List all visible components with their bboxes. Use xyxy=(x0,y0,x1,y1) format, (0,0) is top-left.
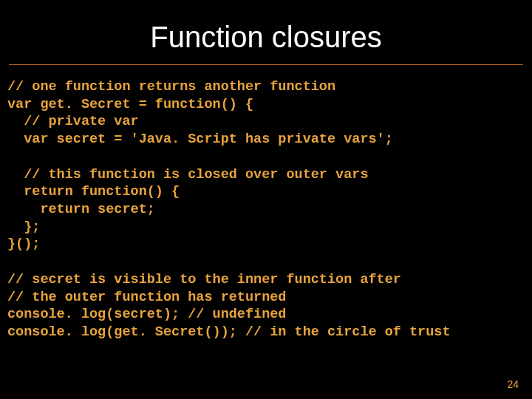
code-line: var secret = 'Java. Script has private v… xyxy=(7,131,525,149)
slide-title: Function closures xyxy=(9,0,523,65)
code-line: // the outer function has returned xyxy=(7,289,525,307)
code-line: // one function returns another function xyxy=(7,78,525,96)
code-line: // this function is closed over outer va… xyxy=(7,166,525,184)
code-line: }(); xyxy=(7,236,525,253)
code-line: return secret; xyxy=(7,201,525,219)
code-line: console. log(get. Secret()); // in the c… xyxy=(7,324,525,341)
code-line: return function() { xyxy=(7,183,525,201)
code-block: // one function returns another function… xyxy=(0,65,532,341)
code-line: console. log(secret); // undefined xyxy=(7,306,525,324)
code-line: }; xyxy=(7,219,525,236)
code-line: // private var xyxy=(7,113,525,131)
page-number: 24 xyxy=(507,378,519,390)
blank-line xyxy=(7,149,525,166)
slide: Function closures // one function return… xyxy=(0,0,532,399)
code-line: var get. Secret = function() { xyxy=(7,96,525,114)
code-line: // secret is visible to the inner functi… xyxy=(7,271,525,289)
blank-line xyxy=(7,253,525,271)
